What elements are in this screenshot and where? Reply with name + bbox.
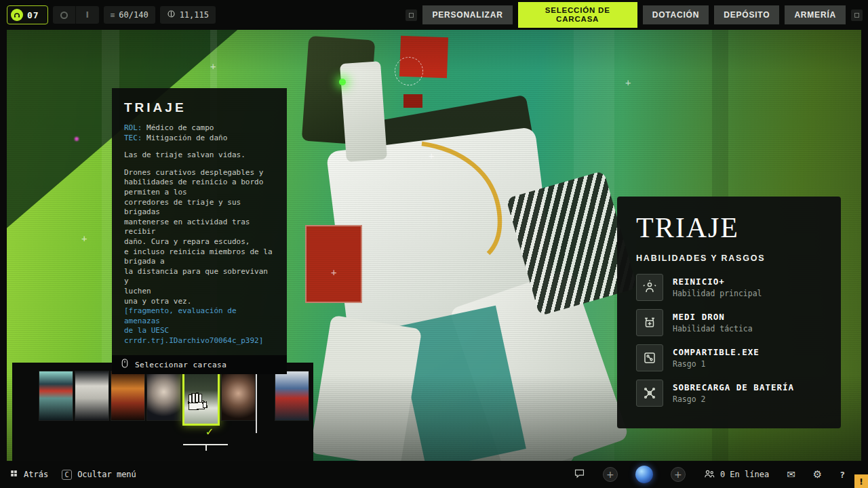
selected-underline [183, 444, 228, 448]
player-level: 07 [27, 10, 39, 20]
shell-thumbnail-6[interactable] [221, 371, 256, 421]
abilities-shell-title: TRIAJE [636, 211, 822, 244]
tab-deposito[interactable]: DEPÓSITO [714, 5, 779, 24]
shell-description: Drones curativos desplegables y habilida… [124, 168, 275, 306]
abilities-panel: TRIAJE HABILIDADES Y RASGOS REINICIO+ Ha… [617, 197, 841, 428]
online-count-label: 0 En línea [720, 470, 769, 479]
resource-counter: ≡ 60/140 [104, 6, 155, 24]
shell-carousel-panel: ✓ [12, 363, 313, 461]
shell-name-title: TRIAJE [112, 88, 287, 122]
currency-counter: 11,115 [160, 6, 216, 24]
ability-name: SOBRECARGA DE BATERÍA [673, 382, 794, 392]
revive-icon [636, 274, 663, 301]
back-label: Atrás [24, 470, 48, 479]
tech-line: TEC: Mitigación de daño [124, 134, 275, 144]
ability-row-sobrecarga: SOBRECARGA DE BATERÍA Rasgo 2 [636, 380, 822, 407]
ability-row-reinicio: REINICIO+ Habilidad principal [636, 274, 822, 301]
ability-type: Habilidad principal [673, 289, 762, 298]
add-friend-right-button[interactable]: + [671, 467, 686, 482]
select-shell-label: Seleccionar carcasa [135, 361, 226, 369]
main-nav-tabs: PERSONALIZAR SELECCIÓN DE CARCASA DOTACI… [406, 0, 863, 30]
ability-name: MEDI DRON [673, 312, 753, 322]
mail-icon[interactable]: ✉ [787, 468, 795, 481]
shell-thumbnail-1[interactable] [39, 371, 73, 421]
medi-drone-icon [636, 309, 663, 336]
carousel-divider [256, 367, 257, 433]
share-module-icon [636, 344, 663, 371]
mouse-icon [121, 358, 129, 371]
grid-icon [9, 469, 18, 480]
ability-row-compartible: COMPARTIBLE.EXE Rasgo 1 [636, 344, 822, 371]
currency-value: 11,115 [180, 10, 209, 20]
hide-menu-label: Ocultar menú [77, 470, 136, 479]
people-icon [703, 469, 715, 481]
top-bar: 07 I ≡ 60/140 11,115 [0, 0, 868, 30]
shell-thumbnail-4[interactable] [146, 371, 181, 421]
bar-icon: I [76, 6, 99, 24]
notification-alert-badge[interactable]: ! [854, 474, 868, 488]
shell-thumbnail-3[interactable] [111, 371, 145, 421]
ability-type: Habilidad táctica [673, 324, 753, 333]
battery-overload-icon [636, 380, 663, 407]
ability-row-medi-dron: MEDI DRON Habilidad táctica [636, 309, 822, 336]
player-avatar[interactable] [635, 466, 653, 483]
headset-icon [11, 9, 23, 21]
ability-type: Rasgo 2 [673, 394, 794, 404]
shell-thumbnail-2[interactable] [75, 371, 109, 421]
online-status[interactable]: 0 En línea [703, 469, 769, 481]
tab-personalizar[interactable]: PERSONALIZAR [422, 5, 512, 24]
status-icon-group: I [53, 6, 99, 24]
game-screen: + + + + + 07 I [0, 0, 868, 488]
ring-icon [53, 6, 76, 24]
add-friend-left-button[interactable]: + [603, 467, 618, 482]
tab-dotacion[interactable]: DOTACIÓN [643, 5, 709, 24]
abilities-heading: HABILIDADES Y RASGOS [636, 253, 822, 263]
stack-icon: ≡ [111, 11, 115, 20]
shell-info-panel: TRIAJE ROL: Médico de campo TEC: Mitigac… [112, 88, 287, 374]
ability-type: Rasgo 1 [673, 359, 760, 369]
shell-thumbnail-7[interactable] [275, 371, 309, 421]
ability-name: REINICIO+ [673, 277, 762, 287]
player-level-badge[interactable]: 07 [7, 5, 48, 24]
credits-icon [167, 9, 176, 20]
hide-menu-button[interactable]: C Ocultar menú [62, 470, 136, 480]
chat-icon[interactable] [574, 468, 585, 482]
resource-value: 60/140 [119, 10, 148, 20]
hand-cursor-icon [186, 390, 208, 415]
tab-cycle-left-hint-icon[interactable] [406, 9, 417, 21]
ability-name: COMPARTIBLE.EXE [673, 347, 760, 357]
tab-seleccion-de-carcasa[interactable]: SELECCIÓN DE CARCASA [518, 2, 637, 28]
shell-tagline: Las de triaje salvan vidas. [124, 150, 275, 161]
tab-armeria[interactable]: ARMERÍA [785, 5, 846, 24]
help-button[interactable]: ? [840, 470, 845, 480]
role-line: ROL: Médico de campo [124, 123, 275, 134]
bottom-bar: Atrás C Ocultar menú + + [0, 461, 868, 488]
back-button[interactable]: Atrás [9, 469, 48, 480]
select-shell-button[interactable]: Seleccionar carcasa [112, 355, 287, 374]
selected-check-icon: ✓ [192, 426, 227, 438]
keycap-c: C [62, 470, 72, 480]
lore-fragment: [fragmento, evaluación de amenazas de la… [124, 306, 275, 346]
settings-gear-icon[interactable]: ⚙ [813, 468, 822, 481]
tab-cycle-right-hint-icon[interactable] [851, 9, 863, 21]
